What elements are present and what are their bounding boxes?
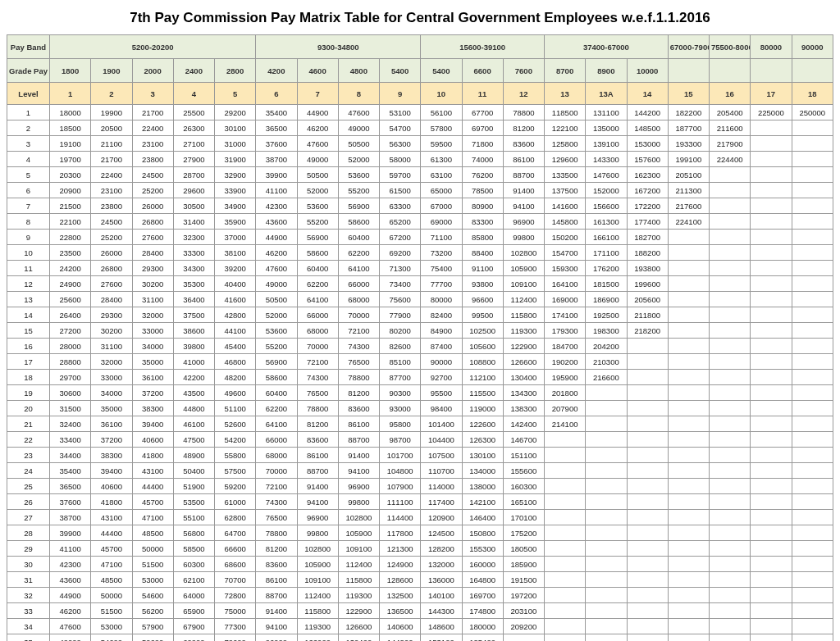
table-row: 2435400394004310050400575007000088700941… [7,463,833,479]
cell: 56900 [256,354,297,370]
cell [710,276,751,292]
cell: 33 [7,603,50,619]
cell: 23100 [132,136,173,152]
cell [792,183,833,198]
cell: 38300 [91,448,132,463]
cell: 67200 [380,230,421,245]
cell: 28400 [132,245,173,261]
cell: 19 [7,385,50,401]
cell: 69200 [380,245,421,261]
cell: 117400 [421,494,462,510]
header-gradepay-10: 6600 [462,59,503,83]
cell [792,292,833,307]
header-level-16: 16 [710,83,751,105]
cell [751,401,792,416]
header-level-18: 18 [792,83,833,105]
table-row: 2637600418004570053500610007430094100998… [7,494,833,510]
cell [668,494,709,510]
cell: 38100 [215,245,256,261]
cell: 30500 [173,198,214,214]
cell: 224400 [710,152,751,167]
cell: 31100 [91,339,132,354]
cell [627,494,668,510]
cell: 185900 [503,557,544,572]
header-payband-6: 80000 [751,35,792,59]
cell: 218200 [627,323,668,339]
cell [668,525,709,541]
cell: 36500 [50,479,91,494]
cell: 69000 [421,214,462,230]
cell: 83600 [503,136,544,152]
table-row: 2233400372004060047500542006600083600887… [7,432,833,448]
cell: 126300 [462,432,503,448]
cell: 132000 [421,557,462,572]
cell: 129600 [545,152,586,167]
cell: 37200 [91,432,132,448]
cell: 167200 [627,183,668,198]
cell: 71800 [462,136,503,152]
cell: 81200 [297,416,338,432]
cell: 59500 [421,136,462,152]
cell [627,603,668,619]
cell [710,307,751,323]
cell: 61000 [215,494,256,510]
cell: 121300 [380,541,421,557]
cell: 90000 [421,354,462,370]
cell: 81200 [256,541,297,557]
cell: 94100 [503,198,544,214]
cell: 112400 [338,557,379,572]
cell: 104800 [380,463,421,479]
cell: 157600 [627,152,668,167]
cell: 12 [7,276,50,292]
header-level-10: 11 [462,83,503,105]
table-row: 3042300471005150060300686008360010590011… [7,557,833,572]
cell: 82400 [421,307,462,323]
cell [586,572,627,588]
cell: 61300 [421,152,462,167]
cell: 140600 [380,619,421,634]
header-payband-0: 5200-20200 [50,35,256,59]
cell: 146700 [503,432,544,448]
cell [751,120,792,136]
cell: 65000 [421,183,462,198]
cell [751,416,792,432]
table-row: 1124200268002930034300392004760060400641… [7,261,833,276]
cell: 109100 [297,572,338,588]
cell: 101400 [421,416,462,432]
cell [792,230,833,245]
cell: 63100 [421,167,462,183]
cell [627,588,668,603]
cell: 139100 [586,136,627,152]
cell [751,634,792,642]
cell [668,479,709,494]
cell: 78800 [338,370,379,385]
cell [792,541,833,557]
cell: 18000 [50,105,91,120]
cell: 102500 [462,323,503,339]
cell: 21100 [91,136,132,152]
cell: 28800 [50,354,91,370]
cell [668,510,709,525]
cell: 24 [7,463,50,479]
cell: 144800 [380,634,421,642]
cell [751,572,792,588]
cell [586,525,627,541]
cell: 44800 [173,401,214,416]
cell: 107500 [421,448,462,463]
cell: 36100 [91,416,132,432]
cell [751,323,792,339]
cell: 44900 [256,230,297,245]
header-payband-4: 67000-79000 [668,35,709,59]
cell: 53600 [256,323,297,339]
cell: 54700 [380,120,421,136]
cell: 203100 [503,603,544,619]
cell: 134000 [462,463,503,479]
cell: 119300 [338,588,379,603]
cell: 61500 [380,183,421,198]
table-row: 7215002380026000305003490042300536005690… [7,198,833,214]
cell: 185400 [462,634,503,642]
cell: 101700 [380,448,421,463]
cell: 197200 [503,588,544,603]
cell: 56200 [132,603,173,619]
cell [792,307,833,323]
